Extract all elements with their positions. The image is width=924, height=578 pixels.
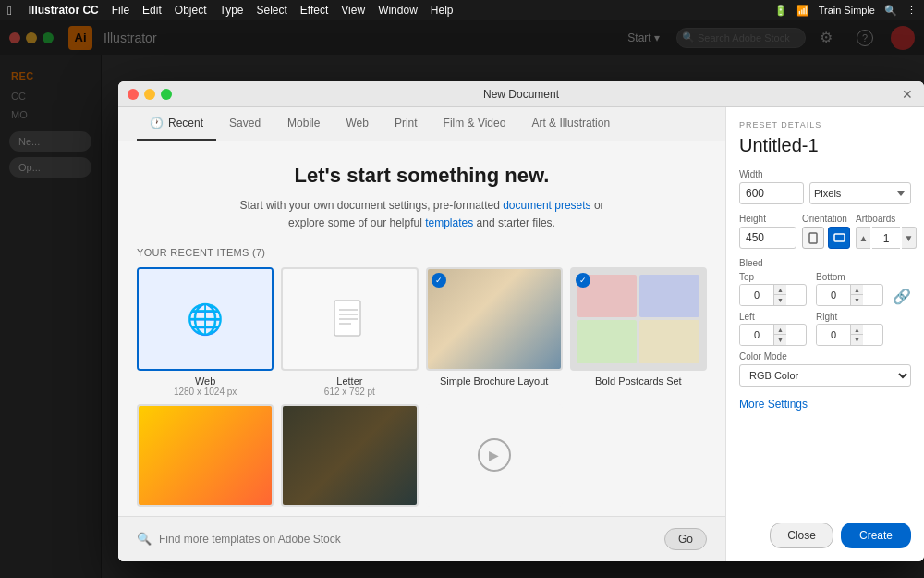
list-item[interactable]: [137, 404, 274, 507]
list-item[interactable]: [281, 404, 418, 507]
bleed-left-down-btn[interactable]: ▼: [773, 335, 786, 345]
svg-rect-5: [809, 233, 817, 243]
menu-bar-right: 🔋 📶 Train Simple 🔍 ⋮: [774, 5, 917, 17]
list-item[interactable]: ▶: [426, 404, 563, 507]
apple-logo-icon[interactable]: : [7, 4, 12, 18]
bleed-top-up-btn[interactable]: ▲: [773, 285, 786, 295]
list-item[interactable]: Letter 612 x 792 pt: [281, 267, 418, 396]
recent-item-name: Web: [195, 375, 215, 387]
recent-items-section: YOUR RECENT ITEMS (7) 🌐 Web 1280 x 1024 …: [118, 247, 725, 515]
menu-object[interactable]: Object: [175, 4, 207, 17]
bleed-bottom-stepper: ▲ ▼: [816, 284, 883, 306]
more-settings-link[interactable]: More Settings: [739, 398, 911, 411]
bleed-right-input[interactable]: [817, 325, 850, 345]
height-input[interactable]: [739, 227, 796, 249]
artboards-label: Artboards: [856, 214, 917, 224]
tab-film[interactable]: Film & Video: [431, 107, 519, 141]
menu-type[interactable]: Type: [219, 4, 243, 17]
menu-effect[interactable]: Effect: [300, 4, 328, 17]
menu-window[interactable]: Window: [378, 4, 418, 17]
height-section: Height: [739, 214, 796, 249]
search-menu-icon[interactable]: 🔍: [884, 5, 897, 17]
tab-saved[interactable]: Saved: [216, 107, 274, 141]
tab-mobile[interactable]: Mobile: [274, 107, 333, 141]
menu-help[interactable]: Help: [431, 4, 454, 17]
bleed-top-label: Top: [739, 272, 807, 282]
menu-edit[interactable]: Edit: [142, 4, 162, 17]
landscape-btn[interactable]: [828, 227, 850, 249]
bleed-left-input[interactable]: [740, 325, 773, 345]
tab-art[interactable]: Art & Illustration: [518, 107, 623, 141]
color-mode-select[interactable]: RGB Color CMYK Color Grayscale: [739, 364, 911, 387]
preset-name: Untitled-1: [739, 135, 911, 156]
recent-thumb-web[interactable]: 🌐: [137, 267, 274, 370]
svg-rect-6: [834, 234, 845, 241]
tab-recent[interactable]: 🕐 Recent: [137, 107, 216, 141]
bleed-bottom-input[interactable]: [817, 285, 850, 305]
bleed-bottom-down-btn[interactable]: ▼: [850, 295, 863, 305]
recent-thumb-letter[interactable]: [281, 267, 418, 370]
portrait-icon: [808, 232, 818, 244]
width-input[interactable]: [739, 182, 804, 204]
document-presets-link[interactable]: document presets: [503, 199, 590, 212]
tab-web[interactable]: Web: [333, 107, 381, 141]
artboards-up-btn[interactable]: ▲: [856, 227, 870, 249]
bleed-right-label: Right: [816, 312, 883, 322]
menu-view[interactable]: View: [341, 4, 365, 17]
bleed-left-up-btn[interactable]: ▲: [773, 325, 786, 335]
search-go-button[interactable]: Go: [664, 528, 707, 550]
menu-file[interactable]: File: [112, 4, 129, 17]
bleed-right-arrows: ▲ ▼: [850, 325, 863, 345]
dialog-body: 🕐 Recent Saved Mobile Web Print Film & V: [118, 107, 924, 561]
recent-thumb-poster1[interactable]: [137, 404, 274, 507]
clock-icon: 🕐: [150, 117, 164, 129]
tab-print[interactable]: Print: [382, 107, 431, 141]
dialog-close-x-button[interactable]: ✕: [900, 87, 915, 102]
preset-details-label: PRESET DETAILS: [739, 120, 911, 129]
dialog-titlebar: New Document ✕: [118, 81, 924, 107]
templates-link[interactable]: templates: [425, 216, 473, 229]
close-dialog-button[interactable]: Close: [770, 523, 833, 548]
list-item[interactable]: ✓ Simple Brochure Layout: [426, 267, 563, 396]
dialog-left-panel: 🕐 Recent Saved Mobile Web Print Film & V: [118, 107, 725, 561]
dialog-right-panel: PRESET DETAILS Untitled-1 Width Pixels I…: [725, 107, 924, 561]
dialog-close-btn[interactable]: [128, 89, 139, 100]
bleed-right-down-btn[interactable]: ▼: [850, 335, 863, 345]
menu-app-name[interactable]: Illustrator CC: [29, 4, 99, 17]
color-mode-section: Color Mode RGB Color CMYK Color Grayscal…: [739, 351, 911, 387]
train-simple-label: Train Simple: [819, 5, 875, 16]
color-mode-label: Color Mode: [739, 351, 911, 362]
menu-bar-left:  Illustrator CC File Edit Object Type S…: [7, 4, 454, 18]
document-tabs: 🕐 Recent Saved Mobile Web Print Film & V: [118, 107, 725, 141]
menu-select[interactable]: Select: [257, 4, 287, 17]
bleed-right-up-btn[interactable]: ▲: [850, 325, 863, 335]
recent-item-name: Bold Postcards Set: [595, 375, 682, 387]
portrait-btn[interactable]: [802, 227, 824, 249]
bleed-top-input[interactable]: [740, 285, 773, 305]
check-badge-brochure: ✓: [432, 273, 446, 288]
menu-dots[interactable]: ⋮: [906, 5, 917, 17]
create-document-button[interactable]: Create: [841, 523, 911, 548]
recent-item-name: Letter: [336, 375, 362, 387]
orientation-section: Orientation: [802, 214, 850, 249]
bleed-top-arrows: ▲ ▼: [773, 285, 786, 305]
unit-select[interactable]: Pixels Inches Millimeters Points: [809, 182, 911, 204]
dialog-minimize-btn: [144, 89, 155, 100]
bleed-bottom-up-btn[interactable]: ▲: [850, 285, 863, 295]
bleed-top-stepper: ▲ ▼: [739, 284, 807, 306]
recent-thumb-brochure[interactable]: ✓: [426, 267, 563, 370]
artboards-down-btn[interactable]: ▼: [902, 227, 917, 249]
list-item[interactable]: ✓ Bold Postcards Set: [570, 267, 707, 396]
template-search-input[interactable]: [159, 526, 657, 552]
bleed-top-down-btn[interactable]: ▼: [773, 295, 786, 305]
list-item[interactable]: 🌐 Web 1280 x 1024 px: [137, 267, 274, 396]
bleed-link-icon[interactable]: 🔗: [893, 288, 911, 305]
bleed-top-bottom-row: Top ▲ ▼ Bottom ▲ ▼: [739, 272, 911, 306]
bleed-right-stepper: ▲ ▼: [816, 324, 883, 346]
recent-thumb-poster2[interactable]: [281, 404, 418, 507]
recent-thumb-video[interactable]: ▶: [426, 404, 563, 507]
recent-thumb-postcards[interactable]: ✓: [570, 267, 707, 370]
height-label: Height: [739, 214, 796, 224]
dialog-traffic-lights: [128, 89, 172, 100]
height-orient-row: Height Orientation Artboards: [739, 214, 911, 249]
